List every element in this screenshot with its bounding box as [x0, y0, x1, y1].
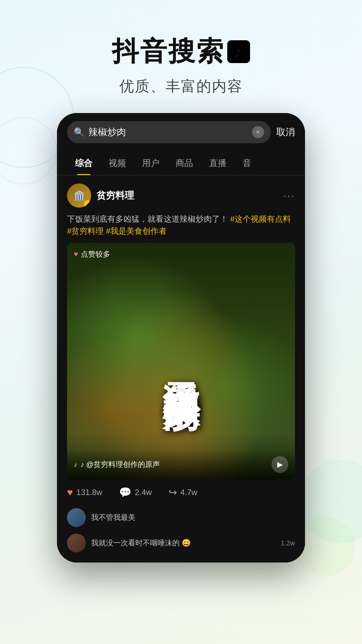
phone-container: 🔍 辣椒炒肉 × 取消 综合 视频 用户	[0, 113, 362, 562]
comment-icon: 💬	[119, 486, 131, 498]
tab-audio[interactable]: 音	[235, 151, 259, 175]
comments-value: 2.4w	[135, 488, 152, 497]
likes-count[interactable]: ♥ 131.8w	[67, 487, 102, 498]
play-button[interactable]: ▶	[272, 456, 288, 473]
search-icon: 🔍	[74, 127, 84, 138]
post-description: 下饭菜到底有多凶猛，就看这道辣椒炒肉了！	[67, 214, 228, 223]
tab-comprehensive[interactable]: 综合	[67, 151, 101, 175]
search-input-wrap[interactable]: 🔍 辣椒炒肉 ×	[67, 121, 271, 143]
shares-value: 4.7w	[180, 488, 197, 497]
search-query[interactable]: 辣椒炒肉	[88, 126, 248, 139]
comment-text-1: 我不管我最美	[91, 513, 135, 523]
clear-icon: ×	[256, 128, 260, 137]
engagement-bar: ♥ 131.8w 💬 2.4w ↪ 4.7w	[57, 480, 305, 505]
tab-product[interactable]: 商品	[168, 151, 201, 175]
likes-value: 131.8w	[76, 488, 102, 497]
post-text: 下饭菜到底有多凶猛，就看这道辣椒炒肉了！ #这个视频有点料 #贫穷料理 #我是美…	[57, 213, 305, 243]
comment-text-2: 我就没一次看时不咽唾沫的 😄	[91, 538, 191, 548]
phone-screen: 🔍 辣椒炒肉 × 取消 综合 视频 用户	[57, 113, 305, 562]
phone-mockup: 🔍 辣椒炒肉 × 取消 综合 视频 用户	[57, 113, 305, 562]
audio-label: ♪ @贫穷料理创作的原声	[80, 460, 160, 470]
commenter-avatar	[67, 508, 86, 527]
comment-right: 我不管我最美	[91, 513, 295, 523]
tab-live[interactable]: 直播	[201, 151, 235, 175]
comment-right-2: 我就没一次看时不咽唾沫的 😄 1.2w	[91, 538, 295, 548]
more-options-icon[interactable]: ···	[284, 190, 295, 201]
comment-likes-2: 1.2w	[281, 539, 295, 547]
comment-item-2: 我就没一次看时不咽唾沫的 😄 1.2w	[67, 530, 295, 556]
comments-section: 我不管我最美 我就没一次看时不咽唾沫的 😄 1.2w	[57, 505, 305, 562]
shares-count[interactable]: ↪ 4.7w	[169, 486, 197, 498]
search-content: 🏛️ ✓ 贫穷料理 ··· 下饭菜到底有多凶猛，就看这道辣椒炒肉了！ #这个视频…	[57, 175, 305, 562]
tab-user[interactable]: 用户	[134, 151, 168, 175]
title-text: 抖音搜索	[112, 34, 225, 70]
tiktok-note-symbol: ♪	[234, 42, 244, 62]
comments-count[interactable]: 💬 2.4w	[119, 486, 152, 498]
tiktok-music-icon: ♪	[74, 461, 77, 469]
hashtag-2[interactable]: #贫穷料理	[67, 226, 104, 235]
hashtag-1[interactable]: #这个视频有点料	[230, 214, 291, 223]
header-subtitle: 优质、丰富的内容	[0, 76, 362, 96]
header: 抖音搜索 ♪ 优质、丰富的内容	[0, 0, 362, 113]
search-clear-button[interactable]: ×	[252, 126, 264, 138]
commenter-avatar-2	[67, 534, 86, 552]
video-text-overlay: 勇猛辣椒炒肉	[67, 243, 295, 480]
comment-item: 我不管我最美	[67, 505, 295, 530]
post-header: 🏛️ ✓ 贫穷料理 ···	[57, 175, 305, 213]
cancel-button[interactable]: 取消	[276, 126, 295, 139]
app-title: 抖音搜索 ♪	[0, 34, 362, 70]
video-title-text: 勇猛辣椒炒肉	[163, 353, 199, 369]
post-author[interactable]: 🏛️ ✓ 贫穷料理	[67, 183, 134, 208]
audio-info: ♪ ♪ @贫穷料理创作的原声	[74, 460, 160, 470]
author-avatar: 🏛️ ✓	[67, 183, 91, 208]
tab-video[interactable]: 视频	[101, 151, 134, 175]
video-thumbnail[interactable]: ♥ 点赞较多 勇猛辣椒炒肉 ♪ ♪ @贫穷料理创作的原声 ▶	[67, 243, 295, 480]
hashtag-3[interactable]: #我是美食创作者	[106, 226, 167, 235]
share-icon: ↪	[169, 486, 177, 498]
verified-badge: ✓	[84, 200, 91, 208]
tiktok-logo-icon: ♪	[227, 40, 250, 63]
heart-icon: ♥	[67, 487, 73, 498]
search-bar: 🔍 辣椒炒肉 × 取消	[57, 113, 305, 151]
search-tabs: 综合 视频 用户 商品 直播 音	[57, 151, 305, 175]
author-name: 贫穷料理	[97, 189, 134, 202]
video-bottom-bar: ♪ ♪ @贫穷料理创作的原声 ▶	[67, 449, 295, 480]
